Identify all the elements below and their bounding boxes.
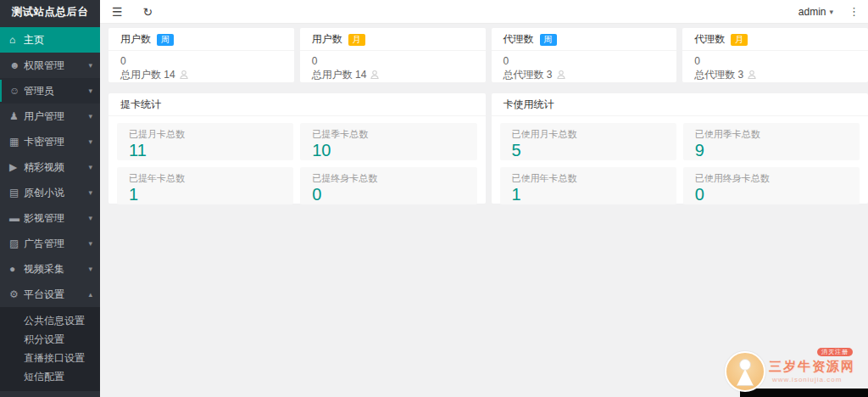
tile-value: 5 <box>512 141 665 160</box>
sidebar-item-label: 原创小说 <box>24 186 85 200</box>
stat-card-agents-week: 代理数 周 0 总代理数 3 <box>492 28 677 82</box>
stat-tile-used-monthly-cards: 已使用月卡总数 5 <box>500 123 676 160</box>
tile-value: 10 <box>312 141 465 160</box>
gear-icon: ⚙ <box>9 288 24 300</box>
sidebar: 测试站点总后台 ⌂ 主页 ☻ 权限管理 ▾ ☺ 管理员 ▾ ♟ 用户管理 ▾ ▦… <box>0 0 100 397</box>
play-icon: ▶ <box>9 161 24 173</box>
chevron-up-icon: ▴ <box>88 290 92 299</box>
chevron-down-icon: ▾ <box>829 8 833 16</box>
tile-label: 已使用终身卡总数 <box>695 172 848 185</box>
watermark-logo-icon <box>725 351 765 392</box>
tile-label: 已使用季卡总数 <box>695 128 848 141</box>
tile-label: 已提月卡总数 <box>129 128 281 141</box>
chevron-down-icon: ▾ <box>88 188 92 197</box>
sidebar-item-label: 用户管理 <box>24 109 85 124</box>
card-title: 用户数 <box>120 32 151 47</box>
sidebar-item-original-novels[interactable]: ▤ 原创小说 ▾ <box>0 180 100 205</box>
site-watermark: 消灭注册 三岁牛资源网 www.isoniujia.com <box>725 348 865 392</box>
ad-image-icon: ▨ <box>9 238 24 249</box>
book-icon: ▤ <box>9 187 24 198</box>
card-value: 0 <box>312 54 474 68</box>
submenu-item-public-info[interactable]: 公共信息设置 <box>0 311 100 330</box>
sidebar-item-label: 管理员 <box>24 84 85 98</box>
tile-label: 已提终身卡总数 <box>312 172 465 185</box>
tile-value: 1 <box>512 185 665 204</box>
home-icon: ⌂ <box>9 34 24 46</box>
sidebar-item-label: 平台设置 <box>24 288 85 302</box>
chevron-down-icon: ▾ <box>88 61 92 70</box>
card-value: 0 <box>120 54 282 68</box>
main-content: 用户数 周 0 总用户数 14 用户数 月 0 总用户数 14 <box>100 24 868 397</box>
platform-settings-submenu: 公共信息设置 积分设置 直播接口设置 短信配置 <box>0 307 100 391</box>
user-count-icon <box>747 70 757 80</box>
watermark-ribbon: 消灭注册 <box>817 348 853 356</box>
app-title: 测试站点总后台 <box>0 0 100 24</box>
stat-card-users-week: 用户数 周 0 总用户数 14 <box>108 28 294 82</box>
stat-tile-quarterly-cards: 已提季卡总数 10 <box>300 123 476 160</box>
sidebar-item-administrators[interactable]: ☺ 管理员 ▾ <box>0 78 100 103</box>
sidebar-item-user-management[interactable]: ♟ 用户管理 ▾ <box>0 103 100 129</box>
user-count-icon <box>556 70 566 80</box>
admin-user-icon: ☺ <box>9 85 24 97</box>
card-total: 总用户数 14 <box>312 68 367 81</box>
sidebar-item-label: 主页 <box>24 33 92 48</box>
sidebar-item-featured-videos[interactable]: ▶ 精彩视频 ▾ <box>0 154 100 180</box>
tile-label: 已使用月卡总数 <box>512 128 665 141</box>
submenu-item-live-api[interactable]: 直播接口设置 <box>0 349 100 367</box>
stat-tile-used-yearly-cards: 已使用年卡总数 1 <box>500 167 676 204</box>
stat-cards-row: 用户数 周 0 总用户数 14 用户数 月 0 总用户数 14 <box>108 28 868 82</box>
chevron-down-icon: ▾ <box>88 214 92 222</box>
more-options-icon[interactable]: ⋮ <box>849 5 860 18</box>
stat-tile-used-lifetime-cards: 已使用终身卡总数 0 <box>683 167 860 204</box>
stat-tile-monthly-cards: 已提月卡总数 11 <box>117 123 293 160</box>
stat-card-agents-month: 代理数 月 0 总代理数 3 <box>682 28 868 82</box>
stat-card-users-month: 用户数 月 0 总用户数 14 <box>300 28 486 82</box>
chevron-down-icon: ▾ <box>88 265 92 273</box>
sidebar-item-card-keys[interactable]: ▦ 卡密管理 ▾ <box>0 129 100 154</box>
tile-value: 1 <box>129 185 281 204</box>
month-badge: 月 <box>731 34 748 46</box>
tile-value: 0 <box>312 185 465 204</box>
sidebar-item-label: 视频采集 <box>24 262 85 277</box>
collapse-menu-icon[interactable]: ☰ <box>112 6 123 18</box>
chevron-down-icon: ▾ <box>88 163 92 171</box>
sidebar-item-home[interactable]: ⌂ 主页 <box>0 27 100 53</box>
username: admin <box>798 6 826 18</box>
card-usage-stats-panel: 卡使用统计 已使用月卡总数 5 已使用季卡总数 9 已使用年卡总数 1 已使用终… <box>492 93 868 204</box>
stat-tile-yearly-cards: 已提年卡总数 1 <box>117 167 293 204</box>
user-count-icon <box>179 70 189 80</box>
stat-tile-used-quarterly-cards: 已使用季卡总数 9 <box>683 123 860 160</box>
card-total: 总代理数 3 <box>504 68 553 81</box>
submenu-item-sms-config[interactable]: 短信配置 <box>0 367 100 386</box>
card-title: 用户数 <box>312 32 342 47</box>
chevron-down-icon: ▾ <box>88 239 92 248</box>
card-total: 总用户数 14 <box>120 68 175 81</box>
tile-value: 0 <box>695 185 848 204</box>
chevron-down-icon: ▾ <box>88 137 92 146</box>
submenu-item-points[interactable]: 积分设置 <box>0 330 100 349</box>
stats-panels-row: 提卡统计 已提月卡总数 11 已提季卡总数 10 已提年卡总数 1 已提终身卡总… <box>108 93 868 204</box>
sidebar-item-label: 影视管理 <box>24 211 85 226</box>
tile-label: 已提季卡总数 <box>312 128 465 141</box>
tile-value: 9 <box>695 141 848 160</box>
topbar: ☰ ↻ admin ▾ ⋮ <box>100 0 868 24</box>
sidebar-item-platform-settings[interactable]: ⚙ 平台设置 ▴ <box>0 282 100 307</box>
sidebar-item-permissions[interactable]: ☻ 权限管理 ▾ <box>0 53 100 78</box>
watermark-url: www.isoniujia.com <box>772 376 842 383</box>
panel-title: 提卡统计 <box>108 93 486 116</box>
week-badge: 周 <box>157 34 174 46</box>
user-menu[interactable]: admin ▾ <box>798 6 833 18</box>
sidebar-nav: ⌂ 主页 ☻ 权限管理 ▾ ☺ 管理员 ▾ ♟ 用户管理 ▾ ▦ 卡密管理 ▾ … <box>0 27 100 391</box>
watermark-site-name: 三岁牛资源网 <box>769 359 855 375</box>
sidebar-item-ad-management[interactable]: ▨ 广告管理 ▾ <box>0 231 100 256</box>
film-icon: ▬ <box>9 212 24 224</box>
sidebar-item-label: 广告管理 <box>24 237 85 251</box>
tile-value: 11 <box>129 141 281 160</box>
refresh-icon[interactable]: ↻ <box>143 6 153 18</box>
users-icon: ☻ <box>9 59 24 71</box>
tile-label: 已提年卡总数 <box>129 172 281 185</box>
sidebar-item-video-collection[interactable]: ● 视频采集 ▾ <box>0 256 100 282</box>
user-count-icon <box>370 70 380 80</box>
tile-label: 已使用年卡总数 <box>512 172 665 185</box>
sidebar-item-film-management[interactable]: ▬ 影视管理 ▾ <box>0 205 100 231</box>
